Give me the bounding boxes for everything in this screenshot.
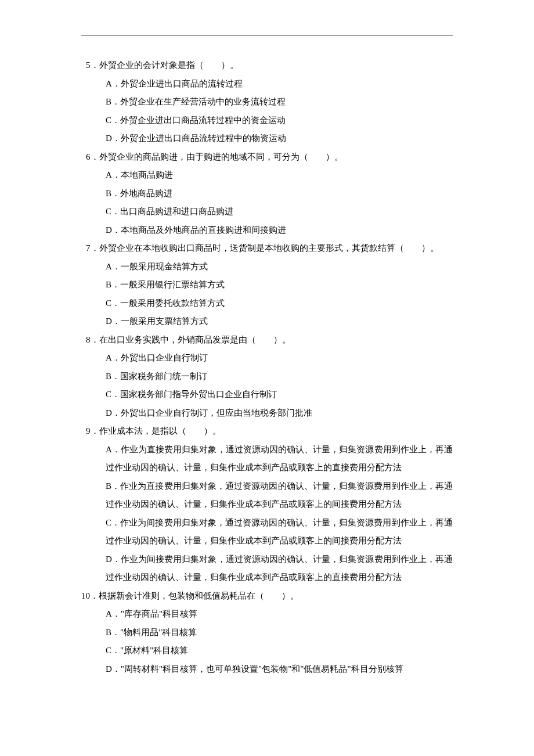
question-8: 8．在出口业务实践中，外销商品发票是由（ ）。 A．外贸出口企业自行制订 B．国… [81,331,453,423]
question-text: ．根据新会计准则，包装物和低值易耗品在（ ）。 [90,591,299,600]
question-7: 7．外贸企业在本地收购出口商品时，送货制是本地收购的主要形式，其货款结算（ ）。… [81,239,453,331]
option-b: B．"物料用品"科目核算 [106,624,453,642]
option-c: C．一般采用委托收款结算方式 [106,294,453,313]
question-text: ．外贸企业的会计对象是指（ ）。 [91,60,239,70]
option-a: A．作业为直接费用归集对象，通过资源动因的确认、计量，归集资源费用到作业上，再通… [106,441,453,477]
option-a: A．外贸出口企业自行制订 [106,349,453,368]
question-text: ．在出口业务实践中，外销商品发票是由（ ）。 [91,335,291,344]
option-c: C．出口商品购进和进口商品购进 [106,203,453,221]
option-b: B．作业为直接费用归集对象，通过资源动因的确认、计量，归集资源费用到作业上，再通… [106,477,453,514]
option-d: D．"周转材料"科目核算，也可单独设置"包装物"和"低值易耗品"科目分别核算 [106,660,453,679]
question-stem: 10．根据新会计准则，包装物和低值易耗品在（ ）。 [81,587,453,606]
question-stem: 9．作业成本法，是指以（ ）。 [86,422,453,441]
option-c: C．"原材料"科目核算 [106,642,453,660]
question-stem: 6．外贸企业的商品购进，由于购进的地域不同，可分为（ ）。 [86,148,453,167]
option-b: B．外地商品购进 [106,185,453,203]
option-a: A．外贸企业进出口商品的流转过程 [106,75,453,93]
option-d: D．本地商品及外地商品的直接购进和间接购进 [106,221,453,240]
question-number: 10 [81,591,90,600]
option-d: D．一般采用支票结算方式 [106,312,453,331]
option-d: D．外贸出口企业自行制订，但应由当地税务部门批准 [106,404,453,423]
option-c: C．作业为间接费用归集对象，通过资源动因的确认、计量，归集资源费用到作业上，再通… [106,514,453,550]
question-number: 7 [86,243,91,253]
option-c: C．国家税务部门指导外贸出口企业自行制订 [106,386,453,404]
option-a: A．"库存商品"科目核算 [106,605,453,624]
question-text: ．作业成本法，是指以（ ）。 [91,426,221,435]
option-a: A．一般采用现金结算方式 [106,258,453,276]
question-stem: 5．外贸企业的会计对象是指（ ）。 [86,56,453,75]
question-number: 5 [86,60,91,70]
question-10: 10．根据新会计准则，包装物和低值易耗品在（ ）。 A．"库存商品"科目核算 B… [81,587,453,679]
option-b: B．外贸企业在生产经营活动中的业务流转过程 [106,93,453,111]
question-5: 5．外贸企业的会计对象是指（ ）。 A．外贸企业进出口商品的流转过程 B．外贸企… [81,56,453,148]
option-d: D．作业为间接费用归集对象，通过资源动因的确认、计量，归集资源费用到作业上，再通… [106,550,453,587]
question-text: ．外贸企业的商品购进，由于购进的地域不同，可分为（ ）。 [91,152,343,161]
question-number: 9 [86,426,91,435]
option-b: B．一般采用银行汇票结算方式 [106,276,453,294]
page-divider [81,35,453,35]
question-6: 6．外贸企业的商品购进，由于购进的地域不同，可分为（ ）。 A．本地商品购进 B… [81,148,453,240]
question-stem: 7．外贸企业在本地收购出口商品时，送货制是本地收购的主要形式，其货款结算（ ）。 [86,239,453,258]
question-number: 8 [86,335,91,344]
question-number: 6 [86,152,91,161]
question-9: 9．作业成本法，是指以（ ）。 A．作业为直接费用归集对象，通过资源动因的确认、… [81,422,453,587]
question-stem: 8．在出口业务实践中，外销商品发票是由（ ）。 [86,331,453,350]
option-b: B．国家税务部门统一制订 [106,368,453,386]
option-a: A．本地商品购进 [106,166,453,185]
option-c: C．外贸企业进出口商品流转过程中的资金运动 [106,111,453,130]
question-text: ．外贸企业在本地收购出口商品时，送货制是本地收购的主要形式，其货款结算（ ）。 [91,243,439,253]
option-d: D．外贸企业进出口商品流转过程中的物资运动 [106,129,453,148]
